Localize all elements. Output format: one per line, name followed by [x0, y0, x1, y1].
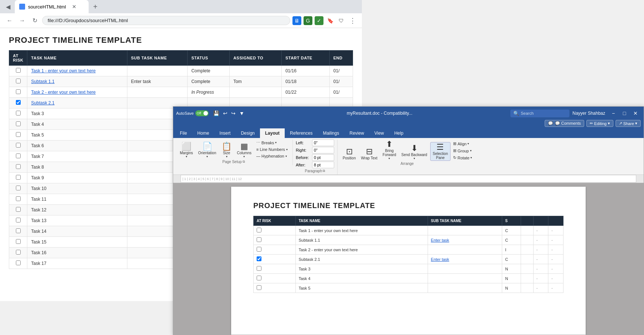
- margins-button[interactable]: ⬜ Margins ▾: [178, 142, 195, 159]
- at-risk-checkbox[interactable]: [16, 143, 21, 148]
- ext-icon-2[interactable]: G: [304, 16, 312, 25]
- word-at-risk-checkbox[interactable]: [257, 256, 261, 261]
- task-name[interactable]: Task 2 - enter your own text here: [31, 90, 96, 95]
- at-risk-checkbox[interactable]: [16, 68, 21, 73]
- tab-home[interactable]: Home: [192, 128, 214, 138]
- at-risk-checkbox[interactable]: [16, 164, 21, 169]
- refresh-button[interactable]: ↻: [30, 15, 40, 26]
- indent-right-input[interactable]: [312, 147, 334, 153]
- at-risk-checkbox[interactable]: [16, 79, 21, 83]
- at-risk-checkbox[interactable]: [16, 250, 21, 255]
- word-at-risk-checkbox[interactable]: [257, 247, 261, 252]
- at-risk-checkbox[interactable]: [16, 175, 21, 180]
- word-at-risk-checkbox[interactable]: [257, 237, 261, 242]
- tab-view[interactable]: View: [369, 128, 389, 138]
- at-risk-checkbox[interactable]: [16, 121, 21, 126]
- search-placeholder: Search: [521, 111, 534, 115]
- columns-button[interactable]: ▦ Columns ▾: [235, 142, 254, 159]
- comments-button[interactable]: 💬 💬 Comments: [545, 120, 584, 127]
- spacing-after-input[interactable]: [312, 162, 334, 168]
- tab-insert[interactable]: Insert: [214, 128, 236, 138]
- word-subtask-link[interactable]: Enter task: [431, 257, 449, 262]
- word-document-area[interactable]: PROJECT TIMELINE TEMPLATE AT RISK TASK N…: [173, 183, 644, 335]
- at-risk-checkbox[interactable]: [16, 196, 21, 201]
- tab-layout[interactable]: Layout: [260, 128, 285, 138]
- at-risk-checkbox[interactable]: [16, 218, 21, 222]
- at-risk-checkbox[interactable]: [16, 100, 21, 105]
- tab-design[interactable]: Design: [236, 128, 260, 138]
- position-button[interactable]: ⊡ Position: [340, 147, 358, 161]
- indent-left-input[interactable]: [312, 139, 334, 146]
- at-risk-checkbox[interactable]: [16, 239, 21, 244]
- save-icon[interactable]: 💾: [212, 110, 221, 117]
- address-input[interactable]: [42, 16, 290, 25]
- new-tab-button[interactable]: +: [90, 1, 100, 12]
- share-button[interactable]: ↗ Share ▾: [616, 120, 641, 127]
- rotate-button[interactable]: ↻ Rotate ▾: [451, 155, 474, 161]
- at-risk-cell: [9, 237, 27, 248]
- group-button[interactable]: ⊞ Group ▾: [451, 148, 474, 154]
- breaks-button[interactable]: ⋯ Breaks ▾: [254, 139, 290, 146]
- undo-icon[interactable]: ↩: [222, 110, 229, 117]
- task-name[interactable]: Task 1 - enter your own text here: [31, 68, 96, 73]
- tab-close-button[interactable]: ✕: [72, 4, 76, 10]
- send-backward-button[interactable]: ⬇ Send Backward ▾: [399, 144, 429, 161]
- at-risk-checkbox[interactable]: [16, 153, 21, 158]
- size-button[interactable]: 📋 Size ▾: [219, 142, 234, 159]
- at-risk-checkbox[interactable]: [16, 89, 21, 94]
- tab-references[interactable]: References: [285, 128, 318, 138]
- ribbon-group-page-setup: ⬜ Margins ▾ 📄 Orientation ▾ 📋 Size ▾: [175, 139, 293, 165]
- task-name[interactable]: Subtask 1.1: [31, 79, 54, 84]
- tab-mailings[interactable]: Mailings: [318, 128, 344, 138]
- spacing-before-input[interactable]: [312, 154, 334, 161]
- selection-pane-button[interactable]: ☰ SelectionPane: [430, 142, 451, 161]
- task-name[interactable]: Subtask 2.1: [31, 100, 54, 106]
- word-col-6: [548, 216, 564, 226]
- ext-icon-5[interactable]: 🛡: [337, 16, 346, 25]
- task-name-cell: Task 17: [27, 258, 127, 269]
- hyphenation-button[interactable]: — Hyphenation ▾: [254, 153, 290, 159]
- browser-menu-button[interactable]: ⋮: [348, 17, 357, 25]
- at-risk-checkbox[interactable]: [16, 186, 21, 190]
- page-setup-expand-icon[interactable]: ⧉: [243, 160, 245, 164]
- orientation-button[interactable]: 📄 Orientation ▾: [196, 142, 219, 159]
- forward-button[interactable]: →: [17, 15, 27, 26]
- bring-forward-button[interactable]: ⬆ BringForward ▾: [380, 139, 398, 161]
- at-risk-checkbox[interactable]: [16, 207, 21, 212]
- word-at-risk-checkbox[interactable]: [257, 228, 261, 232]
- word-at-risk-checkbox[interactable]: [257, 266, 261, 271]
- at-risk-checkbox[interactable]: [16, 228, 21, 233]
- tab-file[interactable]: File: [175, 128, 192, 138]
- wrap-text-button[interactable]: ⊟ Wrap Text: [359, 147, 380, 161]
- word-at-risk-cell: [254, 283, 296, 293]
- align-button[interactable]: ⊞ Align ▾: [451, 141, 474, 147]
- word-ribbon: File Home Insert Design Layout Reference…: [173, 128, 644, 175]
- at-risk-cell: [9, 258, 27, 269]
- more-icon[interactable]: ▼: [238, 110, 246, 117]
- word-search-box[interactable]: 🔍 Search: [510, 110, 569, 117]
- word-col4-cell: [521, 245, 533, 255]
- word-minimize-button[interactable]: −: [608, 108, 619, 118]
- ext-icon-4[interactable]: 🔖: [326, 16, 335, 25]
- browser-tab-active[interactable]: sourceHTML.html ✕: [15, 0, 89, 13]
- word-subtask-link[interactable]: Enter task: [431, 238, 449, 242]
- autosave-toggle[interactable]: Off: [195, 110, 209, 116]
- tab-help[interactable]: Help: [389, 128, 409, 138]
- at-risk-checkbox[interactable]: [16, 260, 21, 265]
- editing-button[interactable]: ✏ Editing ▾: [586, 120, 613, 127]
- at-risk-checkbox[interactable]: [16, 132, 21, 137]
- ext-icon-1[interactable]: 🖥: [292, 16, 301, 25]
- tab-back-nav[interactable]: ◀: [3, 1, 13, 12]
- paragraph-expand-icon[interactable]: ⧉: [323, 169, 325, 173]
- word-maximize-button[interactable]: □: [619, 108, 630, 118]
- redo-icon[interactable]: ↪: [230, 110, 237, 117]
- line-numbers-button[interactable]: ≡ Line Numbers ▾: [254, 146, 290, 152]
- word-task-name-cell: Task 5: [295, 283, 428, 293]
- word-at-risk-checkbox[interactable]: [257, 285, 261, 290]
- back-button[interactable]: ←: [4, 15, 15, 26]
- ext-icon-3[interactable]: ✓: [315, 16, 323, 25]
- word-at-risk-checkbox[interactable]: [257, 276, 261, 280]
- tab-review[interactable]: Review: [344, 128, 369, 138]
- word-close-button[interactable]: ✕: [630, 108, 641, 118]
- at-risk-checkbox[interactable]: [16, 111, 21, 115]
